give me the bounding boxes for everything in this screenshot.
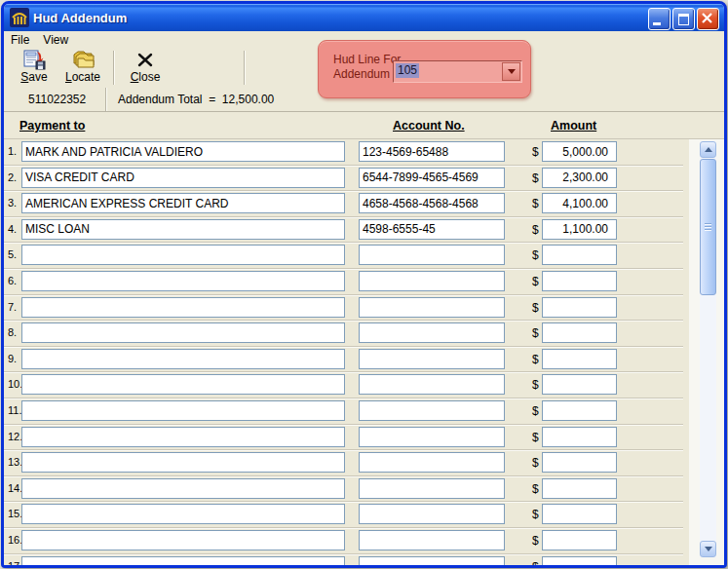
- row-number: 11.: [8, 404, 21, 416]
- chevron-up-icon: [705, 147, 712, 152]
- amount-input[interactable]: [542, 530, 617, 550]
- account-no-input[interactable]: [359, 427, 505, 447]
- account-no-input[interactable]: [359, 245, 505, 265]
- account-no-input[interactable]: [359, 478, 505, 499]
- account-no-input[interactable]: [359, 168, 505, 188]
- account-no-input[interactable]: [359, 141, 505, 162]
- currency-symbol: $: [532, 508, 539, 521]
- close-toolbar-button[interactable]: Close: [121, 49, 170, 88]
- account-no-input[interactable]: [359, 271, 505, 291]
- payment-to-input[interactable]: [21, 556, 345, 566]
- toolbar-separator: [244, 51, 246, 85]
- account-no-input[interactable]: [359, 400, 505, 421]
- payment-to-input[interactable]: [21, 271, 345, 291]
- minimize-button[interactable]: [648, 8, 671, 30]
- hud-line-combobox[interactable]: 105: [393, 60, 522, 83]
- maximize-button[interactable]: [672, 8, 695, 30]
- amount-input[interactable]: [542, 452, 617, 473]
- row-number: 10.: [8, 378, 22, 390]
- amount-input[interactable]: [542, 374, 617, 395]
- table-row: 15. $: [4, 502, 683, 528]
- currency-symbol: $: [532, 560, 539, 566]
- amount-input[interactable]: [542, 219, 617, 240]
- save-button[interactable]: Save: [10, 49, 58, 88]
- amount-input[interactable]: [542, 504, 617, 524]
- menu-file[interactable]: File: [4, 32, 36, 48]
- scrollbar-thumb[interactable]: [700, 159, 716, 295]
- x-icon: [136, 49, 154, 70]
- table-row: 6. $: [4, 269, 683, 295]
- locate-button[interactable]: Locate: [58, 49, 107, 88]
- amount-input[interactable]: [542, 400, 617, 421]
- payment-to-input[interactable]: [21, 374, 345, 395]
- amount-input[interactable]: [542, 556, 617, 566]
- account-no-input[interactable]: [359, 349, 505, 369]
- amount-input[interactable]: [542, 245, 617, 265]
- amount-input[interactable]: [542, 271, 617, 291]
- amount-input[interactable]: [542, 141, 617, 162]
- payment-to-input[interactable]: [21, 427, 345, 447]
- payment-to-input[interactable]: [21, 504, 345, 524]
- table-row: 9. $: [4, 347, 683, 373]
- app-logo-icon: [10, 8, 29, 27]
- payment-to-input[interactable]: [21, 193, 345, 213]
- menu-view[interactable]: View: [36, 32, 75, 48]
- currency-symbol: $: [532, 404, 539, 418]
- close-icon: [701, 12, 713, 24]
- hud-addendum-window: Hud Addendum File View: [1, 1, 727, 568]
- account-no-input[interactable]: [359, 556, 505, 566]
- row-number: 9.: [8, 353, 17, 364]
- toolbar-separator: [113, 51, 115, 85]
- combo-dropdown-button[interactable]: [502, 62, 520, 81]
- title-bar[interactable]: Hud Addendum: [4, 4, 724, 31]
- account-no-input[interactable]: [359, 374, 505, 395]
- save-label: Save: [20, 70, 47, 84]
- thumb-grip-icon: [705, 223, 711, 231]
- currency-symbol: $: [532, 456, 539, 470]
- table-row: 7. $: [4, 295, 683, 322]
- currency-symbol: $: [532, 353, 539, 366]
- account-no-input[interactable]: [359, 504, 505, 524]
- amount-input[interactable]: [542, 322, 617, 343]
- close-button[interactable]: [697, 8, 719, 30]
- payment-to-input[interactable]: [21, 141, 345, 162]
- account-no-input[interactable]: [359, 219, 505, 240]
- vertical-scrollbar[interactable]: [700, 141, 716, 557]
- account-no-input[interactable]: [359, 452, 505, 473]
- payment-to-input[interactable]: [21, 322, 345, 343]
- payment-to-input[interactable]: [21, 168, 345, 188]
- payment-to-input[interactable]: [21, 349, 345, 369]
- amount-input[interactable]: [542, 478, 617, 499]
- payment-to-input[interactable]: [21, 219, 345, 240]
- amount-input[interactable]: [542, 427, 617, 447]
- row-number: 16.: [8, 534, 22, 546]
- amount-input[interactable]: [542, 168, 617, 188]
- currency-symbol: $: [532, 171, 539, 185]
- row-number: 3.: [8, 197, 17, 209]
- payment-to-input[interactable]: [21, 452, 345, 473]
- screen: Hud Addendum File View: [0, 0, 728, 569]
- row-number: 4.: [8, 223, 17, 235]
- header-account-no: Account No.: [393, 119, 465, 133]
- amount-input[interactable]: [542, 297, 617, 318]
- table-row: 8. $: [4, 321, 683, 347]
- table-row: 3. $: [4, 191, 683, 217]
- payment-to-input[interactable]: [21, 297, 345, 318]
- account-no-input[interactable]: [359, 297, 505, 318]
- payment-to-input[interactable]: [21, 478, 345, 499]
- account-no-input[interactable]: [359, 530, 505, 550]
- addendum-total: Addendum Total = 12,500.00: [118, 93, 274, 106]
- scroll-down-button[interactable]: [700, 541, 716, 557]
- scroll-up-button[interactable]: [700, 141, 716, 158]
- account-no-input[interactable]: [359, 193, 505, 213]
- payment-to-input[interactable]: [21, 245, 345, 265]
- payment-to-input[interactable]: [21, 400, 345, 421]
- payment-to-input[interactable]: [21, 530, 345, 550]
- amount-input[interactable]: [542, 193, 617, 213]
- row-number: 1.: [8, 145, 17, 157]
- amount-input[interactable]: [542, 349, 617, 369]
- folders-icon: [70, 49, 96, 70]
- hud-line-selected-value: 105: [396, 63, 419, 78]
- account-no-input[interactable]: [359, 322, 505, 343]
- hud-line-overlay: Hud Line For Addendum 105: [318, 40, 531, 98]
